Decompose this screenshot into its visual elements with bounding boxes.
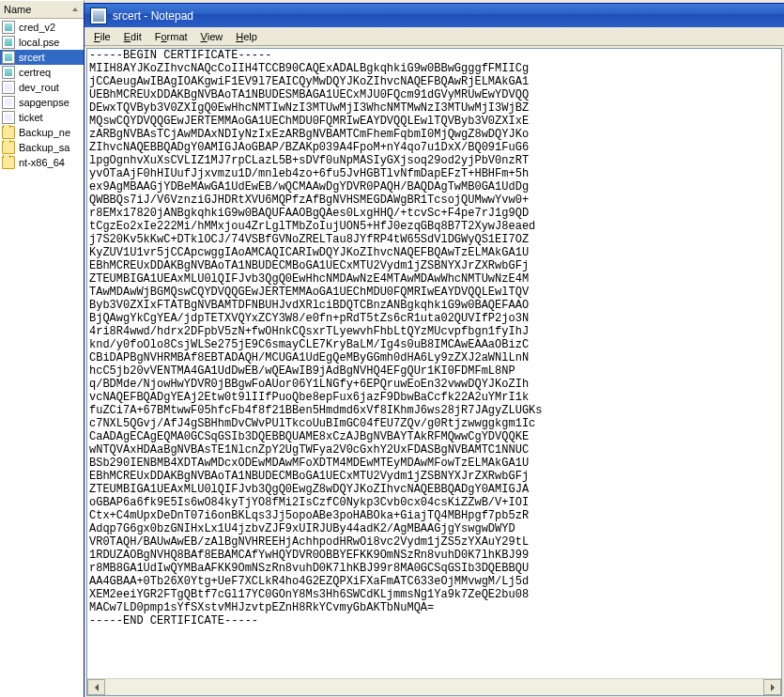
notepad-window: srcert - Notepad File Edit Format View H…	[84, 3, 784, 697]
file-label: srcert	[19, 52, 45, 63]
certificate-icon	[2, 21, 15, 34]
column-header-name-label: Name	[4, 1, 31, 18]
menu-format[interactable]: Format	[149, 30, 193, 43]
file-label: Backup_ne	[19, 127, 70, 138]
file-label: local.pse	[19, 37, 59, 48]
scroll-left-button[interactable]	[87, 679, 105, 695]
document-icon	[2, 81, 15, 94]
certificate-icon	[2, 66, 15, 79]
column-header-name[interactable]: Name	[0, 0, 84, 19]
certificate-icon	[2, 51, 15, 64]
arrow-right-icon	[771, 684, 775, 691]
menubar: File Edit Format View Help	[85, 27, 784, 46]
file-row-srcert[interactable]: srcert	[0, 50, 84, 65]
editor-area: -----BEGIN CERTIFICATE----- MIIH8AYJKoZI…	[86, 48, 782, 696]
notepad-icon	[90, 8, 107, 24]
arrow-left-icon	[95, 684, 99, 691]
file-row-dev_rout[interactable]: dev_rout	[0, 80, 84, 95]
folder-icon	[2, 141, 15, 154]
file-list: cred_v2local.psesrcertcertreqdev_routsap…	[0, 19, 84, 171]
file-row-ticket[interactable]: ticket	[0, 110, 84, 125]
certificate-icon	[2, 36, 15, 49]
menu-file[interactable]: File	[88, 30, 116, 43]
scroll-right-button[interactable]	[763, 679, 781, 695]
document-icon	[2, 111, 15, 124]
file-label: nt-x86_64	[19, 157, 65, 168]
file-label: ticket	[19, 112, 43, 123]
file-row-nt-x86_64[interactable]: nt-x86_64	[0, 155, 84, 170]
menu-edit[interactable]: Edit	[118, 30, 147, 43]
text-editor[interactable]: -----BEGIN CERTIFICATE----- MIIH8AYJKoZI…	[87, 49, 781, 679]
file-row-local.pse[interactable]: local.pse	[0, 35, 84, 50]
menu-view[interactable]: View	[195, 30, 229, 43]
menu-help[interactable]: Help	[230, 30, 263, 43]
folder-icon	[2, 126, 15, 139]
folder-icon	[2, 156, 15, 169]
file-row-certreq[interactable]: certreq	[0, 65, 84, 80]
file-row-sapgenpse[interactable]: sapgenpse	[0, 95, 84, 110]
file-label: dev_rout	[19, 82, 59, 93]
file-label: cred_v2	[19, 22, 55, 33]
horizontal-scrollbar[interactable]	[87, 678, 781, 695]
file-label: sapgenpse	[19, 97, 69, 108]
file-label: Backup_sa	[19, 142, 69, 153]
file-label: certreq	[19, 67, 51, 78]
file-row-Backup_sa[interactable]: Backup_sa	[0, 140, 84, 155]
file-tree-panel: Name cred_v2local.psesrcertcertreqdev_ro…	[0, 0, 85, 697]
file-row-cred_v2[interactable]: cred_v2	[0, 20, 84, 35]
sort-asc-icon	[72, 8, 78, 11]
file-row-Backup_ne[interactable]: Backup_ne	[0, 125, 84, 140]
document-icon	[2, 96, 15, 109]
window-title: srcert - Notepad	[113, 9, 193, 23]
titlebar[interactable]: srcert - Notepad	[85, 4, 784, 27]
